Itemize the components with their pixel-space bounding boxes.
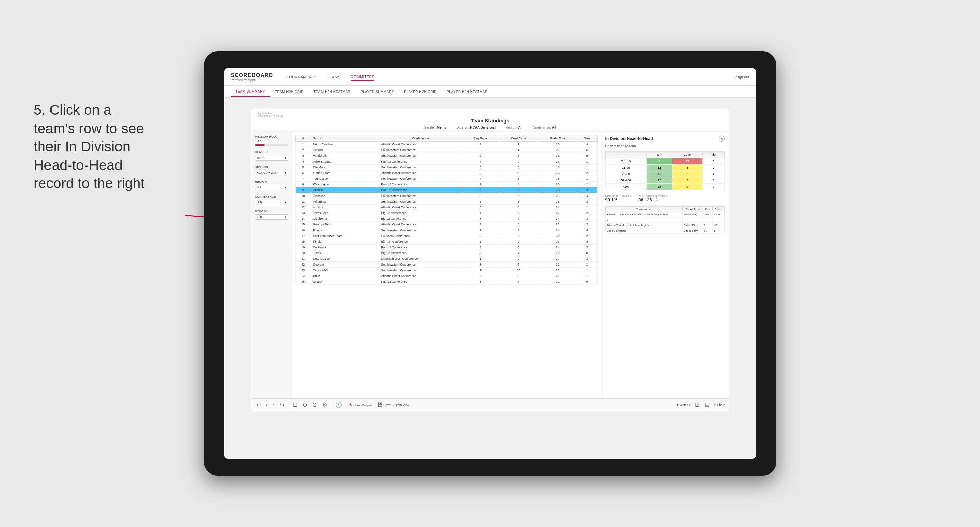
- table-row[interactable]: 4 Arizona State Pac-12 Conference 4 9 26…: [295, 159, 597, 165]
- watch-button[interactable]: 👁 Watch ▾: [676, 403, 691, 406]
- h2h-close-button[interactable]: ✕: [719, 136, 725, 142]
- h2h-panel: In Division Head-to-Head ✕ University of…: [601, 132, 729, 398]
- filter-conference: Conference (All)▾: [255, 195, 288, 205]
- tourn-col-pos: Pos: [703, 206, 712, 212]
- opponents-stat: Opponents in division: 99.1%: [605, 194, 632, 202]
- h2h-col-loss: Loss: [672, 152, 703, 158]
- filter-school: School (All)▾: [255, 210, 288, 220]
- toolbar-divider-3: [346, 402, 347, 408]
- table-row[interactable]: 7 Tennessee Southeastern Conference 4 6 …: [295, 176, 597, 182]
- filter-min-rounds: Minimum Rou... 4 20: [255, 135, 288, 146]
- table-row[interactable]: 24 Duke Atlantic Coast Conference 5 9 27…: [295, 273, 597, 279]
- subnav-player-summary[interactable]: PLAYER SUMMARY: [356, 87, 399, 96]
- min-rounds-slider[interactable]: [255, 144, 288, 146]
- nav-teams[interactable]: TEAMS: [327, 74, 340, 81]
- filter-gender: Gender Men's▾: [255, 151, 288, 160]
- standings-table: # School Conference Reg Rank Conf Rank R…: [295, 135, 598, 285]
- tourn-col-name: Tournament: [605, 206, 683, 212]
- table-row[interactable]: 8 Washington Pac-12 Conference 2 8 23 1: [295, 182, 597, 187]
- toolbar-divider-4: [375, 402, 375, 408]
- nav-committee[interactable]: COMMITTEE: [351, 73, 375, 81]
- tablet-device: SCOREBOARD Powered by clippd TOURNAMENTS…: [204, 51, 776, 476]
- redo-button[interactable]: ↪: [279, 401, 286, 408]
- tournament-row: Arizona Thunderbirds Intercollegiate Str…: [605, 223, 724, 228]
- table-row[interactable]: 20 Texas Big 12 Conference 3 7 20 0: [295, 250, 597, 256]
- share-button[interactable]: ⬆ Share: [714, 403, 725, 406]
- subnav-player-h2h-heatmap[interactable]: PLAYER H2H HEATMAP: [442, 87, 492, 96]
- sub-navigation: TEAM SUMMARY TEAM H2H GRID TEAM H2H HEAT…: [224, 86, 756, 98]
- table-row[interactable]: 23 Texas A&M Southeastern Conference 9 1…: [295, 268, 597, 273]
- table-row[interactable]: 21 New Mexico Mountain West Conference 1…: [295, 256, 597, 262]
- h2h-grid-table: Win Loss Tie Top 10 3 13 0 11-25 11 8 0 …: [605, 151, 725, 190]
- toolbar-divider-2: [331, 402, 331, 408]
- subnav-team-summary[interactable]: TEAM SUMMARY: [231, 87, 270, 97]
- table-row[interactable]: 19 California Pac-12 Conference 4 8 24 2: [295, 244, 597, 250]
- school-select[interactable]: (All)▾: [255, 214, 288, 220]
- col-conf-rank: Conf Rank: [499, 135, 538, 142]
- table-row[interactable]: 22 Georgia Southeastern Conference 8 7 2…: [295, 262, 597, 268]
- main-content: Update time: 27/03/2024 15:56:26 Team St…: [224, 98, 756, 459]
- col-rnds: Rnds Tour: [538, 135, 578, 142]
- tournament-row: 1: [605, 217, 724, 223]
- redo-step-back[interactable]: ‹: [265, 401, 269, 408]
- tournament-row: Cabo Collegiate Stroke Play 11 17: [605, 228, 724, 233]
- clock-button[interactable]: 🕐: [334, 401, 344, 408]
- update-time-label: Update time: 27/03/2024 15:56:26: [258, 112, 722, 118]
- division-select[interactable]: NCAA Division I▾: [255, 170, 288, 175]
- col-school: School: [311, 135, 379, 142]
- gender-select[interactable]: Men's▾: [255, 155, 288, 160]
- view-original-label[interactable]: 👁 View: Original: [349, 403, 372, 407]
- table-row[interactable]: 18 Illinois Big Ten Conference 1 9 23 3: [295, 239, 597, 244]
- grid-button[interactable]: ▤: [703, 401, 711, 408]
- undo-button[interactable]: ↩: [255, 401, 262, 408]
- delete-button[interactable]: ⊖: [311, 401, 318, 408]
- col-conference: Conference: [379, 135, 462, 142]
- nav-tournaments[interactable]: TOURNAMENTS: [286, 74, 317, 81]
- logo: SCOREBOARD Powered by clippd: [231, 72, 274, 82]
- tourn-col-type: Event Type: [683, 206, 703, 212]
- table-row[interactable]: 14 Oklahoma Big 12 Conference 3 9 24 2: [295, 216, 597, 222]
- table-row[interactable]: 2 Auburn Southeastern Conference 2 1 27 …: [295, 148, 597, 153]
- h2h-col-win: Win: [647, 152, 672, 158]
- table-row[interactable]: 5 Ole Miss Southeastern Conference 3 6 1…: [295, 165, 597, 170]
- table-row[interactable]: 13 Texas Tech Big 12 Conference 1 9 27 2: [295, 210, 597, 216]
- table-row[interactable]: 9 Arizona Pac-12 Conference 5 8 23 3: [295, 187, 597, 193]
- sign-out[interactable]: | Sign out: [733, 75, 749, 79]
- layout-button[interactable]: ⊞: [694, 401, 701, 408]
- subnav-team-h2h-grid[interactable]: TEAM H2H GRID: [270, 87, 309, 96]
- filter-region: Region N/A▾: [255, 180, 288, 190]
- subnav-team-h2h-heatmap[interactable]: TEAM H2H HEATMAP: [309, 87, 355, 96]
- top-navigation: SCOREBOARD Powered by clippd TOURNAMENTS…: [224, 68, 756, 86]
- redo-step-forward[interactable]: ›: [272, 401, 276, 408]
- tourn-col-score: Score: [712, 206, 724, 212]
- h2h-title: In Division Head-to-Head: [605, 136, 653, 141]
- filter-division: Division NCAA Division I▾: [255, 165, 288, 175]
- table-row[interactable]: 10 Alabama Southeastern Conference 5 8 2…: [295, 193, 597, 199]
- table-row[interactable]: 16 Florida Southeastern Conference 7 9 2…: [295, 227, 597, 233]
- h2h-header: In Division Head-to-Head ✕: [605, 136, 725, 142]
- region-select[interactable]: N/A▾: [255, 185, 288, 190]
- table-row[interactable]: 15 Georgia Tech Atlantic Coast Conferenc…: [295, 222, 597, 227]
- h2h-stats: Opponents in division: 99.1% W-L-T recor…: [605, 194, 725, 202]
- tournament-row: Jackson T. Stephens Cup Men's Match Play…: [605, 212, 724, 217]
- conference-select[interactable]: (All)▾: [255, 200, 288, 205]
- table-row[interactable]: 17 East Tennessee State Southern Confere…: [295, 233, 597, 239]
- copy-button[interactable]: ⊕: [301, 401, 309, 408]
- table-row[interactable]: 3 Vanderbilt Southeastern Conference 2 8…: [295, 153, 597, 159]
- wlt-stat: W-L-T record in-division: 86 - 26 - 1: [638, 194, 668, 202]
- save-custom-view-label[interactable]: 💾 Save Custom View: [378, 403, 409, 407]
- tournament-table: Tournament Event Type Pos Score Jackson …: [605, 206, 725, 233]
- table-row[interactable]: 1 North Carolina Atlantic Coast Conferen…: [295, 142, 597, 148]
- toolbar-divider-1: [288, 402, 289, 408]
- table-row[interactable]: 25 Oregon Pac-12 Conference 5 7 21 0: [295, 279, 597, 285]
- bottom-toolbar: ↩ ‹ › ↪ ⊡ ⊕ ⊖ ⚙ 🕐 👁 View: Original: [251, 398, 729, 411]
- table-row[interactable]: 6 Florida State Atlantic Coast Conferenc…: [295, 170, 597, 176]
- table-row[interactable]: 12 Virginia Atlantic Coast Conference 3 …: [295, 205, 597, 210]
- h2h-team-name: University of Arizona: [605, 144, 725, 148]
- crop-button[interactable]: ⊡: [291, 401, 299, 408]
- subnav-player-h2h-grid[interactable]: PLAYER H2H GRID: [399, 87, 441, 96]
- panel-body: Minimum Rou... 4 20 Gender: [251, 132, 729, 398]
- table-row[interactable]: 11 Arkansas Southeastern Conference 6 8 …: [295, 199, 597, 205]
- col-win: Win: [578, 135, 597, 142]
- settings-button[interactable]: ⚙: [321, 401, 328, 408]
